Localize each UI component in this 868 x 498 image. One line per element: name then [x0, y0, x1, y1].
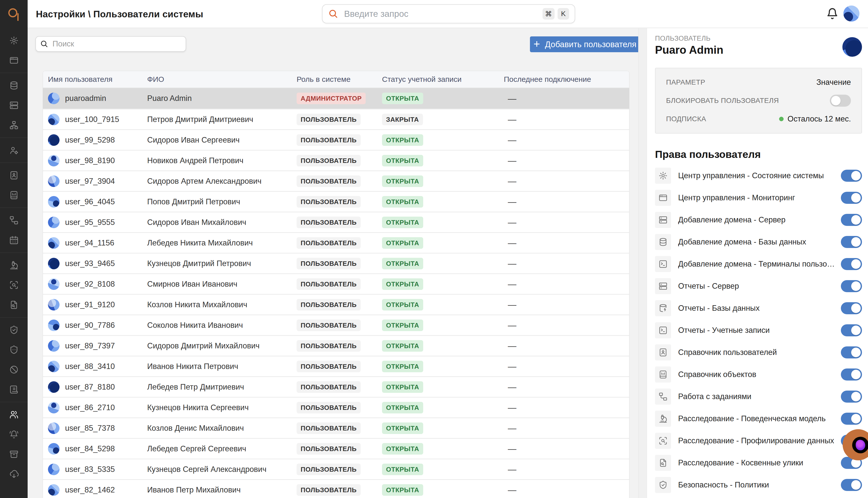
database-icon [655, 234, 671, 250]
table-row[interactable]: user_88_3410 Иванов Никита Петрович ПОЛЬ… [43, 356, 629, 376]
table-row[interactable]: user_89_7397 Сидоров Дмитрий Михайлович … [43, 335, 629, 356]
table-row[interactable]: user_96_4045 Попов Дмитрий Петрович ПОЛЬ… [43, 191, 629, 212]
table-row[interactable]: user_91_9120 Козлов Никита Михайлович ПО… [43, 294, 629, 315]
row-fullname: Соколов Никита Иванович [147, 321, 297, 330]
sidebar-item-contact-book-icon[interactable] [0, 166, 28, 185]
sidebar-item-settings-icon[interactable] [0, 31, 28, 51]
sidebar-item-library-icon[interactable] [0, 185, 28, 205]
sidebar-item-app-window-icon[interactable] [0, 51, 28, 70]
row-avatar [48, 484, 60, 496]
table-row[interactable]: user_95_9555 Сидоров Иван Михайлович ПОЛ… [43, 212, 629, 232]
row-avatar [48, 114, 60, 125]
table-row[interactable]: user_87_8180 Лебедев Петр Дмитриевич ПОЛ… [43, 376, 629, 397]
right-item-toggle[interactable] [841, 302, 862, 314]
user-avatar[interactable] [843, 5, 859, 22]
block-user-toggle[interactable] [830, 95, 851, 107]
table-row[interactable]: puaroadmin Puaro Admin АДМИНИСТРАТОР ОТК… [43, 88, 629, 109]
scrollbar[interactable] [638, 28, 647, 498]
terminal-square-icon [655, 322, 671, 338]
row-fullname: Сидоров Иван Сергеевич [147, 135, 297, 145]
right-item-toggle[interactable] [841, 346, 862, 358]
sidebar-item-shield-check-icon[interactable] [0, 320, 28, 340]
right-item-toggle[interactable] [841, 214, 862, 226]
row-fullname: Сидоров Артем Александрович [147, 177, 297, 186]
sidebar-item-ban-icon[interactable] [0, 360, 28, 380]
table-row[interactable]: user_85_7378 Козлов Денис Михайлович ПОЛ… [43, 417, 629, 438]
sidebar-item-scroll-text-icon[interactable] [0, 380, 28, 399]
sidebar-item-users-icon[interactable] [0, 405, 28, 424]
table-row[interactable]: user_82_1462 Иванов Петр Михайлович ПОЛЬ… [43, 479, 629, 498]
right-item-toggle[interactable] [841, 236, 862, 248]
table-row[interactable]: user_90_7786 Соколов Никита Иванович ПОЛ… [43, 315, 629, 335]
sidebar-item-scan-search-icon[interactable] [0, 275, 28, 295]
right-item-toggle[interactable] [841, 324, 862, 336]
status-badge: ОТКРЫТА [382, 361, 423, 372]
table-row[interactable]: user_98_8190 Новиков Андрей Петрович ПОЛ… [43, 150, 629, 170]
table-row[interactable]: user_86_2710 Кузнецов Никита Сергеевич П… [43, 397, 629, 417]
status-badge: ОТКРЫТА [382, 340, 423, 352]
sidebar-item-file-search-icon[interactable] [0, 295, 28, 315]
right-item-toggle[interactable] [841, 258, 862, 270]
table-row[interactable]: user_92_8108 Смирнов Иван Иванович ПОЛЬЗ… [43, 273, 629, 294]
puaro-logo-icon [8, 8, 20, 19]
table-row[interactable]: user_97_3904 Сидоров Артем Александрович… [43, 170, 629, 191]
right-item-toggle[interactable] [841, 368, 862, 381]
row-last-connection: — [504, 94, 629, 103]
sidebar-divider [0, 73, 28, 73]
sidebar-item-bell-ring-icon[interactable] [0, 424, 28, 444]
shield-check-icon [655, 477, 671, 493]
row-avatar [48, 381, 60, 393]
sidebar-item-workflow-icon[interactable] [0, 210, 28, 230]
file-search-icon [655, 455, 671, 471]
table-search-input[interactable]: Поиск [36, 36, 186, 52]
row-last-connection: — [504, 320, 629, 330]
row-fullname: Новиков Андрей Петрович [147, 156, 297, 165]
sidebar-item-calendar-icon[interactable] [0, 230, 28, 250]
right-item: Безопасность - Политики [655, 474, 862, 496]
sidebar-item-user-cog-icon[interactable] [0, 140, 28, 160]
right-item-toggle[interactable] [841, 170, 862, 182]
table-row[interactable]: user_93_9465 Кузнецов Дмитрий Петрович П… [43, 253, 629, 273]
right-item-toggle[interactable] [841, 391, 862, 403]
sidebar-item-cloud-download-icon[interactable] [0, 464, 28, 484]
sidebar-item-server-icon[interactable] [0, 95, 28, 115]
row-fullname: Смирнов Иван Иванович [147, 280, 297, 289]
sidebar-item-shield-ellipsis-icon[interactable] [0, 340, 28, 360]
brand-logo[interactable] [0, 0, 28, 28]
sidebar-item-network-icon[interactable] [0, 115, 28, 135]
global-search-input[interactable]: Введите запрос ⌘ K [322, 4, 575, 23]
sidebar-item-database-icon[interactable] [0, 76, 28, 95]
row-fullname: Puaro Admin [147, 94, 297, 103]
right-item-toggle[interactable] [841, 479, 862, 491]
right-item: Добавление домена - Терминалы пользовате… [655, 253, 862, 275]
right-item: Справочник объектов [655, 364, 862, 385]
sidebar-item-archive-icon[interactable] [0, 444, 28, 464]
right-item-toggle[interactable] [841, 412, 862, 425]
row-last-connection: — [504, 115, 629, 124]
bell-icon[interactable] [826, 7, 839, 20]
params-header-row: ПАРАМЕТР Значение [666, 78, 851, 87]
row-username: puaroadmin [65, 94, 106, 103]
right-item-toggle[interactable] [841, 192, 862, 204]
add-user-button[interactable]: + Добавить пользователя [530, 36, 640, 52]
right-item: Расследование - Поведенческая модель [655, 408, 862, 430]
table-row[interactable]: user_83_5335 Кузнецов Сергей Александров… [43, 459, 629, 479]
row-last-connection: — [504, 135, 629, 145]
table-row[interactable]: user_84_5298 Лебедев Сергей Сергеевич ПО… [43, 438, 629, 459]
table-row[interactable]: user_100_7915 Петров Дмитрий Дмитриевич … [43, 109, 629, 129]
toggle-knob [851, 171, 861, 181]
right-item-toggle[interactable] [841, 280, 862, 292]
row-last-connection: — [504, 156, 629, 166]
table-row[interactable]: user_94_1156 Лебедев Никита Михайлович П… [43, 232, 629, 253]
sidebar-divider [0, 402, 28, 402]
right-item-label: Отчеты - Учетные записи [678, 326, 841, 335]
sidebar-item-microscope-icon[interactable] [0, 255, 28, 275]
row-avatar [48, 361, 60, 372]
status-badge: ОТКРЫТА [382, 299, 423, 311]
table-row[interactable]: user_99_5298 Сидоров Иван Сергеевич ПОЛЬ… [43, 129, 629, 150]
right-item: Расследование - Косвенные улики [655, 452, 862, 474]
panel-label: ПОЛЬЗОВАТЕЛЬ [655, 35, 711, 42]
row-username: user_96_4045 [65, 197, 115, 206]
status-badge: ЗАКРЫТА [382, 114, 423, 125]
status-badge: ОТКРЫТА [382, 402, 423, 414]
